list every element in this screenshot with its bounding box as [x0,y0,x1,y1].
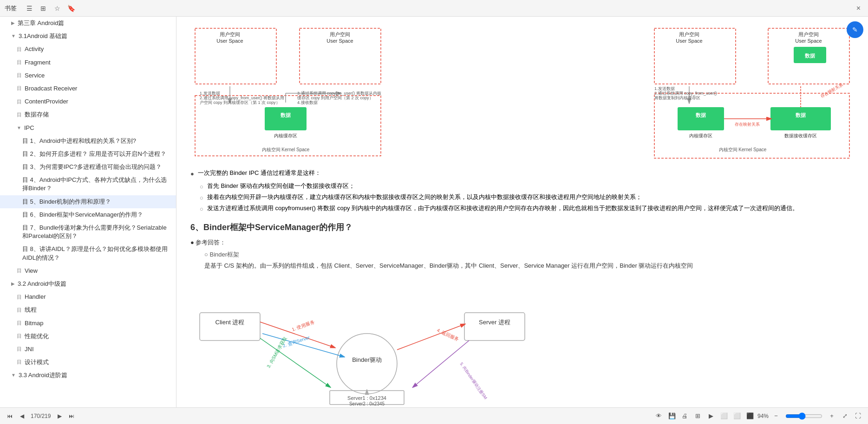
bullet-dot: ● [190,170,194,177]
svg-text:User Space: User Space [326,38,353,44]
ref-item-1: ○ Binder框架 [190,251,854,259]
bullet-main: ● 一次完整的 Binder IPC 通信过程通常是这样： [190,169,854,177]
svg-text:Binder驱动: Binder驱动 [352,356,382,363]
sidebar-item-q5[interactable]: 目 5、Binder机制的作用和原理？ [0,195,176,208]
page-total: 219 [41,413,51,419]
doc-icon: 目 [17,111,22,118]
sidebar-item-fragment[interactable]: 目 Fragment [0,56,176,69]
svg-text:内核缓存区: 内核缓存区 [274,133,297,138]
svg-text:内核空间 Kernel Space: 内核空间 Kernel Space [719,147,767,152]
bullet2-text: 接着在内核空间开辟一块内核缓存区，建立内核缓存区和内核中数据接收缓存区之间的映射… [207,193,642,201]
svg-text:1.发送数据: 1.发送数据 [654,86,675,91]
sidebar-item-design[interactable]: 目 设计模式 [0,356,176,369]
toolbar-icon-1[interactable]: ☰ [24,3,34,13]
sidebar-item-chapter3[interactable]: ▶ 第三章 Android篇 [0,17,176,30]
sidebar-item-label: 目 5、Binder机制的作用和原理？ [22,198,111,206]
toolbar-icon-2[interactable]: ⊞ [38,3,48,13]
zoom-level: 94% [757,413,769,419]
svg-rect-45 [200,313,260,340]
sidebar-item-ipc[interactable]: ▼ IPC [0,122,176,135]
nav-first-button[interactable]: ⏮ [5,411,15,421]
sidebar-item-content-provider[interactable]: 目 ContentProvider [0,95,176,108]
toolbar-label: 书签 [5,4,17,13]
doc-icon: 目 [17,85,22,92]
sidebar-item-q3[interactable]: 目 3、为何需要IPC?多进程通信可能会出现的问题？ [0,161,176,173]
nav-next-button[interactable]: ▶ [54,411,65,421]
tool-save-button[interactable]: 💾 [666,411,678,422]
sidebar-item-label: 性能优化 [25,332,49,340]
tool-play-button[interactable]: ▶ [705,411,717,422]
tool-rect2-button[interactable]: ⬜ [731,411,743,422]
tool-rect1-button[interactable]: ⬜ [718,411,730,422]
sidebar-item-label-32: 3.2 Android中级篇 [18,280,66,288]
sidebar-item-q7[interactable]: 目 7、Bundle传递对象为什么需要序列化？Serialzable和Parce… [0,221,176,243]
binder-summary: ● 一次完整的 Binder IPC 通信过程通常是这样： ○ 首先 Binde… [190,169,854,212]
sidebar-item-32[interactable]: ▶ 3.2 Android中级篇 [0,277,176,290]
nav-last-button[interactable]: ⏭ [66,411,77,421]
sidebar-item-label: 数据存储 [25,110,49,119]
bottom-bar: ⏮ ◀ 170/219 ▶ ⏭ 👁 💾 🖨 ⊞ ▶ ⬜ ⬜ ⬛ 94% − + … [0,407,868,424]
svg-text:✎: ✎ [852,26,858,33]
expand-button[interactable]: ⛶ [852,411,863,422]
sidebar-item-handler[interactable]: 目 Handler [0,290,176,303]
sidebar-item-activity[interactable]: 目 Activity [0,43,176,56]
tool-rect3-button[interactable]: ⬛ [744,411,756,422]
zoom-slider[interactable] [785,412,822,420]
svg-text:将数据复制到内核缓存区: 将数据复制到内核缓存区 [654,96,700,100]
toolbar-icon-3[interactable]: ☆ [52,3,62,13]
sidebar-item-data-storage[interactable]: 目 数据存储 [0,108,176,121]
doc-icon: 目 [17,46,22,53]
sidebar-item-thread[interactable]: 目 线程 [0,303,176,316]
sidebar-item-31[interactable]: ▼ 3.1Android 基础篇 [0,30,176,43]
sidebar-item-33[interactable]: ▼ 3.3 Android进阶篇 [0,369,176,382]
sidebar-item-q1[interactable]: 目 1、Android中进程和线程的关系？区别? [0,135,176,148]
sidebar-item-q4[interactable]: 目 4、Android中IPC方式、各种方式优缺点，为什么选择Binder？ [0,173,176,195]
sidebar-item-jni[interactable]: 目 JNI [0,343,176,356]
svg-text:数据接收缓存区: 数据接收缓存区 [784,133,817,138]
svg-text:Server2 : 0x2345: Server2 : 0x2345 [349,401,385,405]
tool-grid-button[interactable]: ⊞ [692,411,704,422]
sidebar-item-q6[interactable]: 目 6、Binder框架中ServiceManager的作用？ [0,208,176,221]
sidebar-item-service[interactable]: 目 Service [0,69,176,82]
svg-text:数据: 数据 [795,112,806,118]
doc-icon: 目 [17,267,22,274]
sidebar-item-broadcast-receiver[interactable]: 目 Broadcast Receiver [0,82,176,95]
svg-text:1.发送数据: 1.发送数据 [200,91,220,96]
fit-page-button[interactable]: ⤢ [839,411,850,422]
content-area: ✎ 用户空间 User Space 用户空间 User Space [176,17,868,407]
doc-icon: 目 [17,320,22,327]
zoom-out-button[interactable]: − [770,411,782,422]
sidebar-item-label: 目 4、Android中IPC方式、各种方式优缺点，为什么选择Binder？ [22,176,172,193]
zoom-in-button[interactable]: + [826,411,837,422]
nav-prev-button[interactable]: ◀ [17,411,27,421]
svg-point-49 [337,334,397,394]
sidebar-item-label: 目 2、如何开启多进程？ 应用是否可以开启N个进程？ [22,150,166,158]
sub-dot-1: ○ [200,183,203,190]
page-current: 170 [31,413,40,419]
sidebar-item-label: 目 3、为何需要IPC?多进程通信可能会出现的问题？ [22,163,162,171]
blue-action-button[interactable]: ✎ [847,21,863,38]
svg-text:User Space: User Space [676,38,702,44]
tool-eye-button[interactable]: 👁 [653,411,665,422]
svg-text:Server 进程: Server 进程 [479,319,510,326]
sidebar-item-label-33: 3.3 Android进阶篇 [19,371,67,379]
sidebar-item-perf[interactable]: 目 性能优化 [0,330,176,343]
sidebar-item-q2[interactable]: 目 2、如何开启多进程？ 应用是否可以开启N个进程？ [0,148,176,161]
svg-text:4. 返回服务: 4. 返回服务 [436,328,460,342]
sidebar-item-bitmap[interactable]: 目 Bitmap [0,317,176,330]
toolbar-icons: ☰ ⊞ ☆ 🔖 [24,3,76,13]
page-info: 170/219 [31,413,51,419]
svg-text:4.接收数据: 4.接收数据 [297,100,318,105]
sidebar-item-q8[interactable]: 目 8、讲讲AIDL？原理是什么？如何优化多模块都使用AIDL的情况？ [0,243,176,264]
svg-rect-33 [770,107,831,130]
sub-bullet-3: ○ 发送方进程通过系统调用 copyfromuser() 将数据 copy 到内… [190,204,854,212]
close-button[interactable]: × [854,3,863,13]
svg-text:3. 向SM请求获取: 3. 向SM请求获取 [266,336,288,369]
ref-bullet: ● [190,239,194,246]
toolbar-icon-4[interactable]: 🔖 [66,3,76,13]
diagram-right: 用户空间 User Space 用户空间 User Space 数据 [650,26,854,162]
tool-print-button[interactable]: 🖨 [679,411,691,422]
sidebar-item-label: View [25,267,38,275]
sidebar-item-view[interactable]: 目 View [0,264,176,277]
ipc-diagram-left-svg: 用户空间 User Space 用户空间 User Space 数据 内核缓存区… [190,26,385,161]
